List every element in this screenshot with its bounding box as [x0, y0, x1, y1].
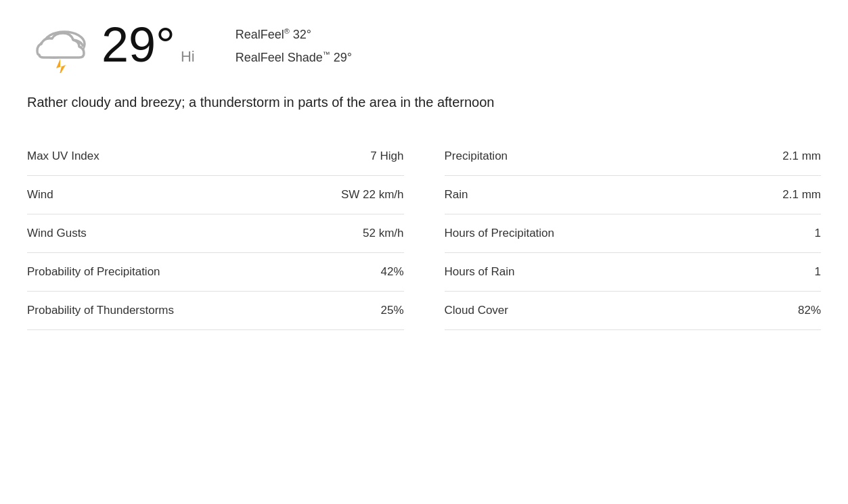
realfeel-shade-value: 29°: [334, 51, 352, 64]
table-row: Wind Gusts 52 km/h: [27, 214, 404, 253]
table-row: Cloud Cover 82%: [445, 292, 822, 330]
svg-marker-5: [56, 59, 66, 73]
data-value: 2.1 mm: [782, 188, 821, 202]
data-value: 7 High: [370, 150, 403, 163]
realfeel-label: RealFeel®: [236, 28, 293, 41]
data-label: Rain: [445, 188, 468, 202]
table-row: Rain 2.1 mm: [445, 176, 822, 214]
data-value: 2.1 mm: [782, 150, 821, 163]
data-value: SW 22 km/h: [341, 188, 404, 202]
weather-description: Rather cloudy and breezy; a thunderstorm…: [27, 95, 821, 117]
weather-icon: [27, 20, 95, 74]
data-value: 82%: [798, 304, 821, 317]
data-label: Wind Gusts: [27, 227, 87, 240]
temperature-label: Hi: [181, 48, 195, 66]
data-label: Hours of Precipitation: [445, 227, 555, 240]
data-label: Precipitation: [445, 150, 508, 163]
data-label: Max UV Index: [27, 150, 99, 163]
table-row: Precipitation 2.1 mm: [445, 137, 822, 176]
data-value: 25%: [380, 304, 403, 317]
table-row: Max UV Index 7 High: [27, 137, 404, 176]
realfeel-shade-label: RealFeel Shade™: [236, 51, 334, 64]
temperature-block: 29° Hi: [102, 20, 195, 69]
table-row: Probability of Thunderstorms 25%: [27, 292, 404, 330]
data-value: 52 km/h: [363, 227, 403, 240]
table-row: Wind SW 22 km/h: [27, 176, 404, 214]
left-column: Max UV Index 7 High Wind SW 22 km/h Wind…: [27, 137, 404, 330]
data-value: 1: [815, 227, 821, 240]
data-label: Probability of Precipitation: [27, 265, 160, 279]
realfeel-block: RealFeel® 32° RealFeel Shade™ 29°: [236, 20, 352, 73]
right-column: Precipitation 2.1 mm Rain 2.1 mm Hours o…: [445, 137, 822, 330]
table-row: Probability of Precipitation 42%: [27, 253, 404, 292]
data-grid: Max UV Index 7 High Wind SW 22 km/h Wind…: [27, 137, 821, 330]
data-value: 42%: [380, 265, 403, 279]
table-row: Hours of Rain 1: [445, 253, 822, 292]
data-label: Cloud Cover: [445, 304, 509, 317]
table-row: Hours of Precipitation 1: [445, 214, 822, 253]
data-label: Wind: [27, 188, 53, 202]
temperature-value: 29°: [102, 20, 175, 69]
realfeel-shade-line: RealFeel Shade™ 29°: [236, 50, 352, 65]
realfeel-line: RealFeel® 32°: [236, 27, 352, 42]
data-value: 1: [815, 265, 821, 279]
data-label: Hours of Rain: [445, 265, 515, 279]
header-section: 29° Hi RealFeel® 32° RealFeel Shade™ 29°: [27, 20, 821, 74]
realfeel-value: 32°: [293, 28, 311, 41]
data-label: Probability of Thunderstorms: [27, 304, 174, 317]
